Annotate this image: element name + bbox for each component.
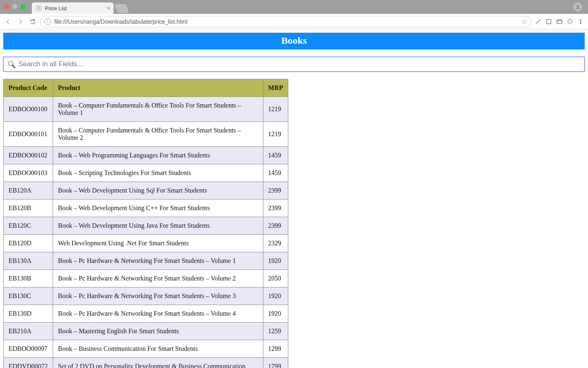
tab-title: Price List [45, 5, 67, 11]
svg-rect-0 [547, 19, 551, 24]
cell-mrp: 1219 [263, 122, 288, 147]
cell-product: Book – Pc Hardware & Networking For Smar… [53, 287, 263, 305]
cell-code: EB130C [4, 287, 53, 305]
cell-code: EDBOO00097 [4, 340, 53, 358]
cell-mrp: 2329 [263, 235, 288, 252]
cell-code: EDDVD00072 [4, 358, 53, 368]
url-text: file:///Users/ranga/Downloads/tabulate/p… [54, 18, 518, 25]
table-row[interactable]: EB130ABook – Pc Hardware & Networking Fo… [4, 252, 288, 270]
table-row[interactable]: EB120ABook – Web Development Using Sql F… [4, 182, 288, 200]
cell-code: EDBOO00101 [4, 122, 53, 147]
col-header-code[interactable]: Product Code [4, 79, 53, 97]
tab-favicon [36, 5, 42, 11]
svg-rect-1 [557, 20, 562, 23]
cell-code: EDBOO00100 [4, 97, 53, 122]
cell-mrp: 2399 [263, 217, 288, 235]
cell-product: Book – Computer Fundamentals & Office To… [53, 122, 263, 147]
cell-code: EB120D [4, 235, 53, 252]
browser-tabstrip: Price List × [0, 0, 588, 14]
cell-mrp: 1920 [263, 252, 288, 270]
table-row[interactable]: EB130DBook – Pc Hardware & Networking Fo… [4, 305, 288, 323]
cell-product: Book – Web Development Using C++ For Sma… [53, 200, 263, 217]
cell-mrp: 1259 [263, 323, 288, 340]
table-row[interactable]: EB130BBook – Pc Hardware & Networking Fo… [4, 270, 288, 287]
table-row[interactable]: EB210ABook – Mastering English For Smart… [4, 323, 288, 340]
cell-mrp: 2050 [263, 270, 288, 287]
site-info-icon[interactable]: i [45, 18, 51, 25]
cell-product: Book – Scripting Technologies For Smart … [53, 164, 263, 182]
window-zoom-button[interactable] [20, 4, 25, 9]
window-close-button[interactable] [4, 4, 9, 9]
cell-product: Set of 2 DVD on Personality Development … [53, 358, 263, 368]
extension-icon[interactable] [545, 18, 553, 26]
svg-point-3 [580, 21, 581, 22]
col-header-mrp[interactable]: MRP [263, 79, 288, 97]
window-controls [4, 4, 25, 9]
cell-product: Web Development Using .Net For Smart Stu… [53, 235, 263, 252]
cell-mrp: 1920 [263, 287, 288, 305]
cell-mrp: 1799 [263, 358, 288, 368]
table-row[interactable]: EDDVD00072Set of 2 DVD on Personality De… [4, 358, 288, 368]
cell-code: EB120C [4, 217, 53, 235]
cell-product: Book – Pc Hardware & Networking For Smar… [53, 270, 263, 287]
cell-product: Book – Mastering English For Smart Stude… [53, 323, 263, 340]
table-row[interactable]: EDBOO00100Book – Computer Fundamentals &… [4, 97, 288, 122]
cell-code: EB210A [4, 323, 53, 340]
table-row[interactable]: EB120CBook – Web Development Using Java … [4, 217, 288, 235]
cell-product: Book – Pc Hardware & Networking For Smar… [53, 252, 263, 270]
user-icon [575, 4, 581, 10]
profile-button[interactable] [573, 2, 582, 11]
cell-mrp: 1219 [263, 97, 288, 122]
cell-code: EB130D [4, 305, 53, 323]
cell-code: EDBOO00102 [4, 147, 53, 164]
table-row[interactable]: EDBOO00103Book – Scripting Technologies … [4, 164, 288, 182]
table-row[interactable]: EB130CBook – Pc Hardware & Networking Fo… [4, 287, 288, 305]
cell-product: Book – Web Programming Languages For Sma… [53, 147, 263, 164]
cell-code: EB130A [4, 252, 53, 270]
cell-code: EB120B [4, 200, 53, 217]
col-header-product[interactable]: Product [53, 79, 263, 97]
table-row[interactable]: EB120BBook – Web Development Using C++ F… [4, 200, 288, 217]
cell-mrp: 1920 [263, 305, 288, 323]
new-tab-button[interactable] [114, 4, 129, 13]
cell-product: Book – Web Development Using Sql For Sma… [53, 182, 263, 200]
cell-code: EDBOO00103 [4, 164, 53, 182]
cell-mrp: 1459 [263, 147, 288, 164]
cell-product: Book – Pc Hardware & Networking For Smar… [53, 305, 263, 323]
search-box[interactable] [3, 57, 585, 72]
svg-line-6 [13, 65, 15, 68]
extension-icon[interactable] [566, 18, 574, 26]
cell-code: EB120A [4, 182, 53, 200]
table-row[interactable]: EDBOO00102Book – Web Programming Languag… [4, 147, 288, 164]
reload-button[interactable] [28, 17, 38, 27]
cell-mrp: 2399 [263, 182, 288, 200]
table-row[interactable]: EB120DWeb Development Using .Net For Sma… [4, 235, 288, 252]
search-input[interactable] [18, 60, 581, 68]
table-row[interactable]: EDBOO00101Book – Computer Fundamentals &… [4, 122, 288, 147]
search-icon [7, 60, 16, 69]
page-banner: Books [3, 33, 585, 49]
forward-button[interactable] [16, 17, 25, 27]
page-viewport[interactable]: Books Product Code Product MRP EDBOO0010… [0, 29, 588, 368]
cell-mrp: 1299 [263, 340, 288, 358]
tab-close-icon[interactable]: × [107, 5, 110, 11]
cell-mrp: 1459 [263, 164, 288, 182]
price-table: Product Code Product MRP EDBOO00100Book … [3, 79, 288, 368]
table-row[interactable]: EDBOO00097Book – Business Communication … [4, 340, 288, 358]
bookmark-star-icon[interactable]: ☆ [521, 18, 527, 25]
extension-icon[interactable] [534, 18, 542, 26]
cell-code: EB130B [4, 270, 53, 287]
chrome-menu-button[interactable] [577, 18, 585, 26]
back-button[interactable] [3, 17, 13, 27]
extension-icon[interactable] [555, 18, 564, 26]
cell-product: Book – Business Communication For Smart … [53, 340, 263, 358]
window-minimize-button[interactable] [12, 4, 17, 9]
cell-mrp: 2399 [263, 200, 288, 217]
address-bar[interactable]: i file:///Users/ranga/Downloads/tabulate… [40, 16, 532, 27]
browser-tab-active[interactable]: Price List × [32, 2, 114, 14]
cell-product: Book – Web Development Using Java For Sm… [53, 217, 263, 235]
cell-product: Book – Computer Fundamentals & Office To… [53, 97, 263, 122]
table-header-row: Product Code Product MRP [4, 79, 288, 97]
svg-point-4 [580, 23, 581, 24]
browser-toolbar: i file:///Users/ranga/Downloads/tabulate… [0, 14, 588, 29]
